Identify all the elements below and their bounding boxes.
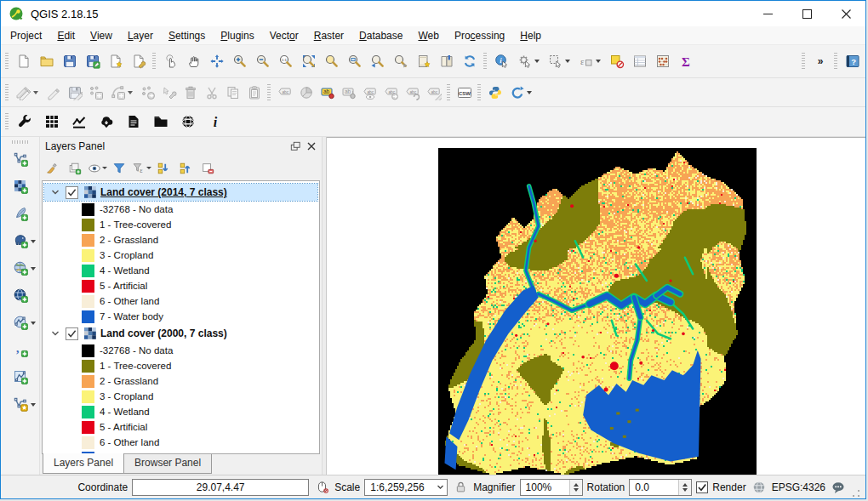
help-contents-button[interactable]: ? — [841, 50, 864, 73]
map-canvas[interactable] — [327, 137, 865, 475]
scp-download-button[interactable] — [94, 110, 119, 134]
menu-web[interactable]: Web — [410, 28, 446, 43]
toolbar-grip[interactable] — [5, 84, 9, 101]
spinner-arrows-icon[interactable] — [569, 480, 582, 495]
run-feature-action-button[interactable] — [513, 50, 544, 73]
filter-legend-button[interactable] — [108, 158, 130, 179]
magnifier-spinbox[interactable]: 100% — [520, 479, 583, 496]
remove-layer-button[interactable] — [197, 158, 219, 179]
add-wcs-layer-button[interactable] — [6, 283, 35, 307]
extents-tracking-icon[interactable] — [313, 479, 330, 496]
add-raster-layer-button[interactable] — [6, 174, 35, 198]
cut-features-button[interactable] — [201, 82, 222, 103]
menu-project[interactable]: Project — [3, 28, 49, 43]
current-edits-button[interactable] — [12, 82, 43, 103]
toolbar-grip[interactable] — [834, 53, 837, 70]
menu-layer[interactable]: Layer — [120, 28, 161, 43]
crs-status-icon[interactable] — [751, 479, 768, 496]
panel-float-button[interactable] — [288, 139, 302, 153]
zoom-to-layer-button[interactable] — [343, 50, 366, 73]
scp-spectral-plot-button[interactable] — [66, 110, 92, 134]
menu-plugins[interactable]: Plugins — [213, 28, 261, 43]
move-label-button[interactable]: abc — [380, 82, 402, 103]
composer-manager-button[interactable] — [127, 50, 150, 73]
add-circular-string-button[interactable] — [106, 82, 137, 103]
menu-help[interactable]: Help — [512, 28, 549, 43]
toolbar-grip[interactable] — [477, 84, 481, 101]
zoom-next-button[interactable] — [389, 50, 412, 73]
toolbar-grip[interactable] — [152, 53, 156, 70]
close-button[interactable] — [826, 1, 865, 26]
menu-view[interactable]: View — [83, 28, 120, 43]
menu-edit[interactable]: Edit — [49, 28, 83, 43]
select-by-expression-button[interactable]: ε — [574, 50, 605, 73]
metasearch-csw-button[interactable]: CSW — [454, 82, 475, 103]
save-project-button[interactable] — [58, 50, 81, 73]
manage-layer-visibility-button[interactable] — [86, 158, 108, 179]
copy-features-button[interactable] — [222, 82, 243, 103]
panel-close-button[interactable] — [305, 139, 318, 153]
scale-combobox[interactable]: 1:6,259,256 — [364, 479, 448, 496]
pan-map-button[interactable] — [182, 50, 205, 73]
scp-postprocess-button[interactable] — [121, 110, 146, 134]
touch-pointer-button[interactable] — [159, 50, 182, 73]
rotate-label-button[interactable]: abc — [402, 82, 423, 103]
zoom-last-button[interactable] — [366, 50, 389, 73]
scp-tools-button[interactable] — [12, 110, 37, 134]
add-feature-button[interactable] — [85, 82, 106, 103]
add-vector-layer-button[interactable] — [6, 147, 35, 171]
tab-browser-panel[interactable]: Browser Panel — [123, 454, 212, 474]
toolbar-grip[interactable] — [267, 84, 271, 101]
zoom-in-button[interactable] — [228, 50, 251, 73]
scp-globe-button[interactable] — [175, 110, 201, 134]
toolbar-overflow-button[interactable]: » — [808, 50, 831, 73]
new-print-composer-button[interactable] — [104, 50, 127, 73]
add-wfs-layer-button[interactable] — [6, 310, 35, 334]
pan-to-selection-button[interactable] — [205, 50, 228, 73]
add-group-button[interactable] — [64, 158, 86, 179]
layer-visibility-checkbox[interactable] — [66, 327, 78, 340]
menu-vector[interactable]: Vector — [262, 28, 306, 43]
save-layer-edits-button[interactable] — [64, 82, 85, 103]
collapse-all-button[interactable] — [174, 158, 197, 179]
save-project-as-button[interactable] — [81, 50, 104, 73]
zoom-native-button[interactable]: 1:1 — [274, 50, 297, 73]
show-statistics-button[interactable]: Σ — [674, 50, 697, 73]
add-delimited-text-layer-button[interactable]: , — [6, 338, 35, 362]
menu-raster[interactable]: Raster — [306, 28, 351, 43]
delete-selected-button[interactable] — [180, 82, 201, 103]
zoom-out-button[interactable] — [251, 50, 274, 73]
tab-layers-panel[interactable]: Layers Panel — [43, 453, 124, 474]
diagram-options-button[interactable] — [295, 82, 317, 103]
rotation-spinbox[interactable]: 0.0 — [629, 479, 692, 496]
toolbar-grip[interactable] — [483, 53, 487, 70]
new-bookmark-button[interactable] — [412, 50, 435, 73]
deselect-all-button[interactable] — [605, 50, 628, 73]
node-tool-button[interactable] — [158, 82, 180, 103]
layer-expander-icon[interactable] — [49, 186, 61, 198]
zoom-full-button[interactable] — [297, 50, 320, 73]
scp-band-calc-button[interactable] — [39, 110, 65, 134]
paste-features-button[interactable] — [243, 82, 265, 103]
maximize-button[interactable] — [787, 1, 826, 26]
new-spatialite-layer-button[interactable] — [6, 365, 35, 389]
menu-processing[interactable]: Processing — [447, 28, 512, 43]
messages-icon[interactable] — [830, 479, 847, 496]
field-calculator-button[interactable] — [651, 50, 674, 73]
open-attribute-table-button[interactable] — [628, 50, 651, 73]
spinner-arrows-icon[interactable] — [678, 480, 691, 495]
layer-row[interactable]: Land cover (2000, 7 class) — [44, 325, 317, 342]
toggle-editing-button[interactable] — [43, 82, 64, 103]
layer-diagram-button[interactable]: ab — [338, 82, 359, 103]
toolbar-grip[interactable] — [12, 140, 29, 144]
zoom-to-selection-button[interactable] — [320, 50, 343, 73]
open-project-button[interactable] — [35, 50, 58, 73]
layer-row[interactable]: Land cover (2014, 7 class) — [44, 184, 317, 201]
refresh-button[interactable] — [458, 50, 481, 73]
menu-settings[interactable]: Settings — [161, 28, 213, 43]
select-features-button[interactable] — [544, 50, 574, 73]
expand-all-button[interactable] — [152, 158, 174, 179]
layer-visibility-checkbox[interactable] — [66, 186, 78, 199]
add-wms-layer-button[interactable] — [6, 256, 35, 280]
resize-grip[interactable] — [851, 488, 861, 498]
